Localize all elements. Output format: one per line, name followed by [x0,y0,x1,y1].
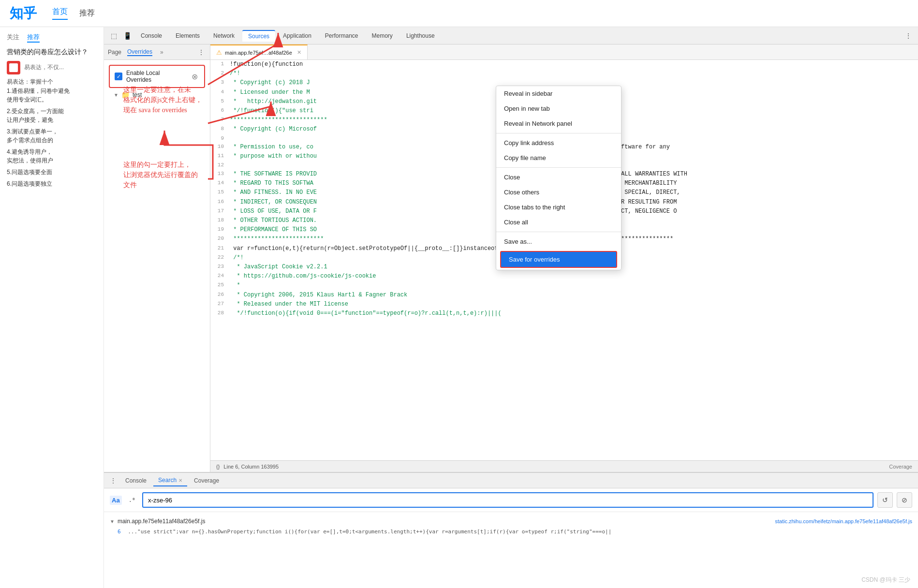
tab-coverage-bottom[interactable]: Coverage [189,475,224,486]
ctx-close-right[interactable]: Close tabs to the right [496,200,621,215]
ctx-divider-2 [496,167,621,168]
ctx-open-new-tab[interactable]: Open in new tab [496,101,621,116]
sources-left-tabbar: Page Overrides » ⋮ [104,44,210,60]
zhihu-content: 关注 推荐 营销类的问卷应怎么设计？ 易表达，不仅... 易表达：掌握十个 1.… [0,27,104,588]
tab-network[interactable]: Network [207,30,240,41]
tab-search-bottom[interactable]: Search✕ [153,475,187,486]
app-logo: 知乎 [10,4,37,23]
result-filename: main.app.fe75efe11af48af26e5f.js [118,518,205,525]
ctx-divider-3 [496,232,621,232]
result-arrow-icon: ▼ [110,519,115,524]
nav-recommend[interactable]: 推荐 [79,8,95,18]
annotation-text-2: 这里的勾一定要打上，让浏览器优先运行覆盖的文件 [123,160,268,190]
status-bar: {} Line 6, Column 163995 Coverage [210,460,918,472]
tab-elements[interactable]: Elements [170,30,206,41]
author-name: 易表达，不仅... [24,63,64,72]
ctx-copy-link[interactable]: Copy link address [496,135,621,150]
ctx-reveal-sidebar[interactable]: Reveal in sidebar [496,86,621,101]
tab-console-bottom[interactable]: Console [120,475,151,486]
case-sensitive-button[interactable]: Aa [110,496,122,505]
code-line-1: 1!function(e){function [210,60,918,69]
coverage-label: Coverage [889,464,912,470]
code-line-27: 27 * Released under the MIT license [210,300,918,309]
list-item: 1.通俗易懂，问卷中避免使用专业词汇。 [7,87,97,104]
regex-button[interactable]: .* [126,496,138,504]
ctx-close[interactable]: Close [496,170,621,185]
more-action-icon[interactable]: ⋮ [196,47,206,57]
list-item: 2.受众度高，一方面能让用户接受，避免 [7,107,97,124]
bottom-tabbar: ⋮ Console Search✕ Coverage [104,473,918,488]
file-tabs: ⚠ main.app.fe75ef…af48af26e ✕ [210,44,918,60]
code-line-2: 2/*! [210,69,918,78]
watermark: CSDN @玛卡 三少 [861,576,910,584]
tab-follow[interactable]: 关注 [7,33,19,43]
tab-lighthouse[interactable]: Lighthouse [400,30,441,41]
card-meta: 易表达，不仅... [7,61,97,74]
code-line-28: 28 */!function(o){if(void 0===(i="functi… [210,309,918,318]
file-tab-main[interactable]: ⚠ main.app.fe75ef…af48af26e ✕ [210,44,308,60]
cancel-search-button[interactable]: ⊘ [897,492,912,508]
bottom-more-icon[interactable]: ⋮ [108,475,118,486]
tab-page[interactable]: Page [108,49,121,56]
tab-console[interactable]: Console [135,30,168,41]
devtools-tabbar: ⬚ 📱 Console Elements Network Sources App… [104,27,918,44]
search-file-row[interactable]: ▼ main.app.fe75efe11af48af26e5f.js stati… [104,516,918,527]
bottom-panel: ⋮ Console Search✕ Coverage Aa .* ↺ ⊘ [104,472,918,588]
list-item: 6.问题选项要独立 [7,179,97,188]
tab-close-icon[interactable]: ✕ [297,49,301,56]
tab-sources[interactable]: Sources [242,30,275,42]
topbar: 知乎 首页 推荐 [0,0,918,27]
tab-application[interactable]: Application [277,30,317,41]
tab-recommend[interactable]: 推荐 [27,33,40,43]
status-position: Line 6, Column 163995 [223,464,279,470]
line-number: 6 [118,529,121,535]
cursor-symbol: {} [216,464,220,470]
list-item: 4.避免诱导用户，实想法，使得用户 [7,147,97,165]
tab-performance[interactable]: Performance [319,30,364,41]
context-menu: Reveal in sidebar Open in new tab Reveal… [496,86,622,270]
card-desc: 易表达：掌握十个 [7,77,97,87]
annotation-text-1: 这里一定要注意，在未格式化的原js文件上右键，现在 sava for overr… [123,85,278,115]
zhihu-card-1: 营销类的问卷应怎么设计？ 易表达，不仅... 易表达：掌握十个 1.通俗易懂，问… [7,47,97,188]
result-filepath: static.zhihu.com/heifetz/main.app.fe75ef… [775,518,912,524]
search-panel: Aa .* ↺ ⊘ ▼ main.app.fe75efe11af48af26e5… [104,488,918,588]
pointer-icon[interactable]: ⬚ [108,30,119,42]
code-line-25: 25 * [210,281,918,290]
code-line-24: 24 * https://github.com/js-cookie/js-coo… [210,272,918,281]
search-input[interactable] [142,492,874,508]
more-options-icon[interactable]: ⋮ [903,30,914,42]
search-results: ▼ main.app.fe75efe11af48af26e5f.js stati… [104,512,918,588]
nav-home[interactable]: 首页 [52,7,68,20]
warning-icon: ⚠ [216,49,222,56]
search-bar: Aa .* ↺ ⊘ [104,488,918,512]
ctx-save-as[interactable]: Save as... [496,234,621,249]
delete-overrides-icon[interactable]: ⊗ [190,72,199,81]
avatar-icon [9,63,18,72]
tab-overrides[interactable]: Overrides [127,48,152,56]
ctx-divider-1 [496,133,621,133]
file-tab-name: main.app.fe75ef…af48af26e [225,50,292,56]
avatar [7,61,20,74]
ctx-close-all[interactable]: Close all [496,215,621,230]
tab-memory[interactable]: Memory [366,30,399,41]
overrides-checkbox[interactable]: ✓ [115,73,122,80]
more-tabs-icon[interactable]: » [160,49,163,56]
folder-arrow-icon: ▼ [114,92,118,98]
ctx-copy-filename[interactable]: Copy file name [496,150,621,165]
mobile-icon[interactable]: 📱 [121,30,133,42]
refresh-search-button[interactable]: ↺ [877,492,893,508]
result-code: ..."use strict";var n={}.hasOwnProperty;… [128,529,611,535]
ctx-close-others[interactable]: Close others [496,185,621,200]
code-line-26: 26 * Copyright 2006, 2015 Klaus Hartl & … [210,291,918,300]
overrides-label: Enable Local Overrides [126,70,186,83]
search-result-line-6[interactable]: 6 ..."use strict";var n={}.hasOwnPropert… [104,527,918,537]
ctx-save-for-overrides[interactable]: Save for overrides [500,251,617,268]
card-title: 营销类的问卷应怎么设计？ [7,47,97,57]
search-tab-close-icon[interactable]: ✕ [178,478,182,483]
check-icon: ✓ [117,74,121,80]
ctx-reveal-network[interactable]: Reveal in Network panel [496,116,621,131]
list-item: 5.问题选项要全面 [7,168,97,176]
list-item: 3.测试要点要单一，多个需求点组合的 [7,127,97,145]
